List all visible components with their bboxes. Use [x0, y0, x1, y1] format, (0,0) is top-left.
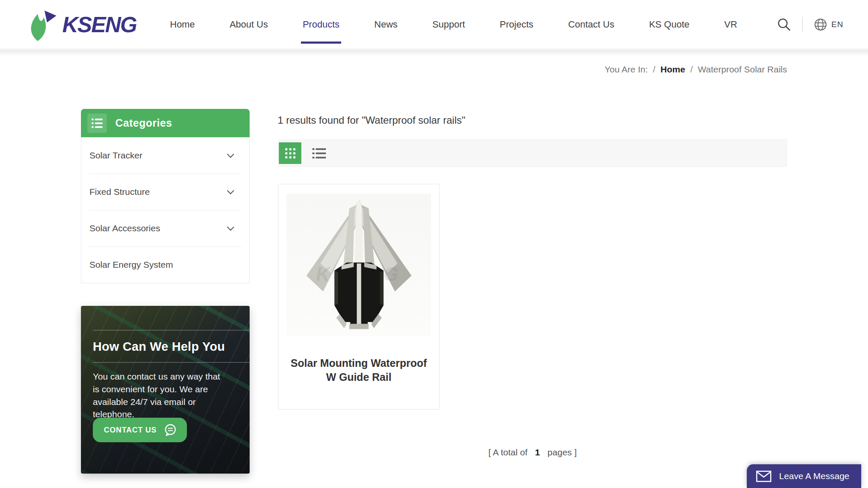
header-divider: [802, 17, 803, 32]
view-toolbar: [278, 139, 787, 167]
sidebar-item-solar-tracker[interactable]: Solar Tracker: [81, 137, 249, 174]
help-divider: [93, 330, 250, 330]
categories-title: Categories: [115, 117, 172, 129]
rail-profile-image: KSENG: [298, 198, 420, 332]
list-view-button[interactable]: [312, 147, 326, 159]
nav-item-projects[interactable]: Projects: [500, 19, 533, 30]
help-divider: [93, 362, 250, 363]
nav-item-contact-us[interactable]: Contact Us: [568, 19, 615, 30]
sidebar-item-label: Solar Accessories: [89, 223, 160, 233]
leave-message-button[interactable]: Leave A Message: [747, 464, 861, 488]
help-card: How Can We Help You You can contact us a…: [81, 306, 250, 474]
nav-item-ks-quote[interactable]: KS Quote: [649, 19, 689, 30]
header: KSENG Home About Us Products News Suppor…: [0, 0, 868, 49]
logo-text: KSENG: [62, 12, 136, 37]
categories-list: Solar Tracker Fixed Structure Solar Acce…: [81, 137, 250, 283]
sidebar-item-label: Solar Energy System: [89, 260, 173, 270]
envelope-icon: [756, 471, 771, 482]
pagination-prefix: [ A total of: [488, 447, 527, 457]
grid-view-button[interactable]: [279, 142, 301, 164]
sidebar-item-label: Solar Tracker: [89, 150, 142, 161]
pagination: [ A total of 1 pages ]: [278, 447, 787, 458]
product-image: KSENG: [287, 194, 431, 336]
chevron-down-icon: [227, 151, 234, 158]
chevron-down-icon: [227, 187, 234, 194]
pagination-suffix: pages ]: [548, 447, 577, 457]
help-card-content: How Can We Help You You can contact us a…: [93, 306, 250, 474]
nav-item-home[interactable]: Home: [170, 19, 195, 30]
main-nav: Home About Us Products News Support Proj…: [170, 19, 737, 30]
breadcrumb-current: Waterproof Solar Rails: [698, 64, 787, 75]
kseng-logo[interactable]: KSENG: [25, 7, 149, 42]
breadcrumb-separator: /: [653, 64, 655, 75]
breadcrumb: You Are In: / Home / Waterproof Solar Ra…: [605, 64, 787, 75]
globe-icon: [814, 18, 827, 31]
nav-item-support[interactable]: Support: [432, 19, 465, 30]
chevron-down-icon: [227, 224, 234, 231]
sidebar-item-solar-energy-system[interactable]: Solar Energy System: [81, 247, 249, 283]
help-body: You can contact us any way that is conve…: [93, 370, 228, 421]
nav-item-about-us[interactable]: About Us: [230, 19, 268, 30]
search-icon[interactable]: [777, 17, 791, 32]
results-heading: 1 results found for "Waterproof solar ra…: [278, 114, 465, 126]
sidebar-item-solar-accessories[interactable]: Solar Accessories: [81, 210, 249, 247]
contact-us-button[interactable]: CONTACT US: [93, 418, 187, 442]
list-icon: [87, 114, 107, 133]
help-title: How Can We Help You: [93, 340, 225, 354]
sidebar-item-fixed-structure[interactable]: Fixed Structure: [81, 174, 249, 210]
nav-item-news[interactable]: News: [374, 19, 398, 30]
header-controls: EN: [777, 17, 843, 32]
grid-icon: [285, 148, 296, 159]
breadcrumb-separator: /: [690, 64, 693, 75]
leave-message-label: Leave A Message: [779, 471, 849, 481]
logo-leaf-icon: [25, 7, 58, 42]
nav-item-products[interactable]: Products: [303, 19, 339, 30]
breadcrumb-prefix: You Are In:: [605, 64, 648, 75]
contact-us-label: CONTACT US: [104, 426, 157, 435]
list-view-icon: [312, 147, 326, 159]
chat-bubble-icon: [164, 424, 177, 437]
categories-header: Categories: [81, 109, 250, 137]
pagination-page-count: 1: [535, 447, 540, 457]
header-shadow: [0, 50, 868, 56]
product-title[interactable]: Solar Mounting Waterproof W Guide Rail: [278, 356, 439, 384]
nav-item-vr[interactable]: VR: [724, 19, 737, 30]
sidebar-item-label: Fixed Structure: [89, 187, 150, 197]
language-label: EN: [832, 20, 843, 29]
language-selector[interactable]: EN: [814, 18, 843, 31]
breadcrumb-home[interactable]: Home: [660, 64, 685, 75]
product-card[interactable]: KSENG Solar Mounting Waterproof W Guide …: [278, 184, 440, 410]
